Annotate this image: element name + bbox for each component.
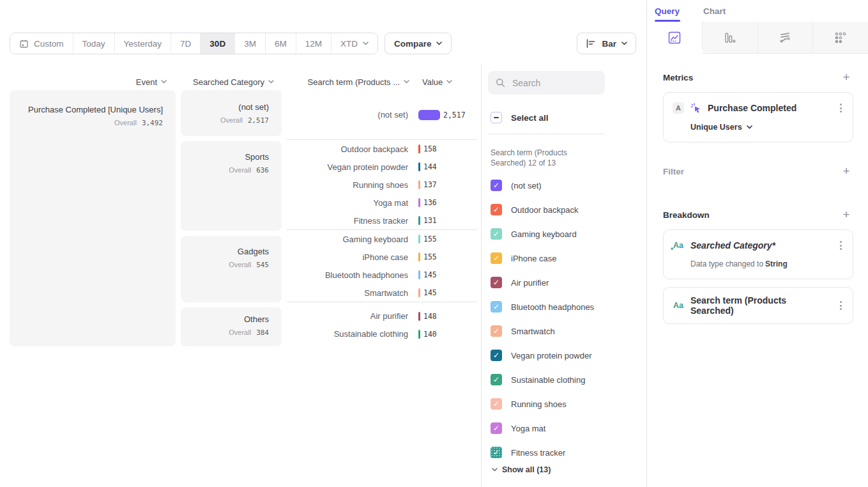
checkbox[interactable]: ✓ (491, 252, 502, 264)
checkbox[interactable]: ✓ (491, 350, 502, 361)
search-box[interactable] (488, 71, 605, 95)
chevron-down-icon (268, 80, 274, 84)
date-range-group: Custom Today Yesterday 7D 30D 3M 6M 12M … (10, 33, 378, 54)
toolbar: Custom Today Yesterday 7D 30D 3M 6M 12M … (10, 33, 636, 54)
main-area: Custom Today Yesterday 7D 30D 3M 6M 12M … (0, 0, 647, 487)
add-breakdown-button[interactable]: + (839, 208, 853, 222)
table-row[interactable]: Air purifier 148 (287, 307, 477, 325)
table-row[interactable]: Fitness tracker 131 (287, 212, 477, 229)
date-range-label: Custom (34, 39, 64, 49)
table-row[interactable]: Yoga mat 136 (287, 194, 477, 212)
chart-type-select[interactable]: Bar (577, 33, 636, 54)
segment-item[interactable]: ✓Yoga mat (491, 416, 646, 440)
checkbox[interactable]: ✓ (491, 204, 502, 215)
segment-item[interactable]: ✓(not set) (491, 173, 646, 197)
table-row[interactable]: (not set) 2,517 (287, 106, 477, 124)
checkbox[interactable]: ✓ (491, 180, 502, 191)
header-value[interactable]: Value (418, 77, 477, 87)
show-all-link[interactable]: Show all (13) (492, 465, 646, 474)
tab-flows[interactable] (758, 22, 813, 53)
table-row[interactable]: iPhone case 155 (287, 248, 477, 266)
date-range-custom[interactable]: Custom (10, 33, 73, 54)
tab-chart[interactable]: Chart (703, 6, 726, 16)
date-range-today[interactable]: Today (73, 33, 115, 54)
chevron-down-icon (621, 42, 627, 45)
checkbox[interactable]: ✓ (491, 398, 502, 410)
kebab-menu-icon[interactable] (838, 299, 844, 312)
segment-filter-panel: Select all Search term (Products Searche… (481, 65, 646, 487)
checkbox[interactable]: ✓ (491, 447, 502, 458)
tab-funnels[interactable] (702, 22, 758, 53)
table-header-row: Event Searched Category Search term (Pro… (10, 75, 477, 88)
date-range-30d[interactable]: 30D (201, 33, 235, 54)
event-cell[interactable]: Purchase Completed [Unique Users] Overal… (10, 90, 176, 346)
table-row[interactable]: Gaming keyboard 155 (287, 230, 477, 248)
measure-dropdown[interactable]: Unique Users (690, 123, 844, 132)
value-bar (418, 252, 420, 261)
search-input[interactable] (511, 77, 594, 89)
category-cell[interactable]: (not set) Overall2,517 (181, 90, 282, 136)
chevron-down-icon (436, 42, 442, 45)
compare-button[interactable]: Compare (385, 33, 452, 54)
date-range-xtd[interactable]: XTD (331, 33, 377, 54)
breakdown-card[interactable]: Aa* Searched Category* Data type changed… (663, 229, 853, 279)
value-bar (418, 144, 420, 153)
breakdown-note: Data type changed toString (690, 259, 844, 268)
date-range-3m[interactable]: 3M (235, 33, 266, 54)
date-range-12m[interactable]: 12M (296, 33, 331, 54)
chevron-down-icon (446, 80, 452, 84)
metric-card[interactable]: A Purchase Completed Unique Users (663, 92, 853, 143)
table-row[interactable]: Sustainable clothing 140 (287, 325, 477, 343)
table-row[interactable]: Smartwatch 145 (287, 284, 477, 302)
breakdown-card[interactable]: Aa Search term (Products Searched) (663, 287, 853, 324)
segment-item[interactable]: ✓iPhone case (491, 246, 646, 270)
date-range-yesterday[interactable]: Yesterday (115, 33, 172, 54)
header-event[interactable]: Event (10, 77, 176, 87)
segment-item[interactable]: ✓Vegan protein powder (491, 343, 646, 367)
checkbox[interactable]: ✓ (491, 325, 502, 337)
chevron-down-icon (363, 42, 369, 45)
date-range-7d[interactable]: 7D (171, 33, 201, 54)
horizontal-bar-chart-icon (586, 38, 597, 49)
category-cell[interactable]: Others Overall384 (181, 307, 282, 346)
divider (488, 134, 605, 134)
metrics-section-header: Metrics + (663, 70, 853, 84)
segment-item[interactable]: ✓Gaming keyboard (491, 222, 646, 246)
tab-query[interactable]: Query (655, 6, 680, 16)
checkbox[interactable]: ✓ (491, 277, 502, 288)
table-row[interactable]: Outdoor backpack 158 (287, 140, 477, 158)
segment-item[interactable]: ✓Smartwatch (491, 319, 646, 343)
add-metric-button[interactable]: + (839, 70, 853, 84)
header-searched-category[interactable]: Searched Category (181, 77, 282, 87)
checkbox[interactable]: ✓ (491, 301, 502, 313)
date-range-6m[interactable]: 6M (266, 33, 296, 54)
segment-item[interactable]: ✓Fitness tracker (491, 440, 646, 465)
chevron-down-icon (492, 468, 498, 472)
insights-report: Custom Today Yesterday 7D 30D 3M 6M 12M … (0, 0, 868, 487)
active-tab-underline (655, 20, 680, 22)
indeterminate-checkbox[interactable] (491, 112, 502, 123)
segment-item[interactable]: ✓Outdoor backpack (491, 197, 646, 222)
header-search-term[interactable]: Search term (Products ... (287, 77, 418, 87)
table-row[interactable]: Bluetooth headphones 145 (287, 266, 477, 284)
sidebar-tabs: Query Chart (647, 0, 868, 22)
tab-insights[interactable] (647, 22, 702, 54)
kebab-menu-icon[interactable] (838, 102, 844, 114)
segment-item[interactable]: ✓Air purifier (491, 270, 646, 295)
category-cell[interactable]: Gadgets Overall545 (181, 236, 282, 302)
tab-retention[interactable] (812, 22, 868, 53)
value-bar (418, 235, 420, 244)
table-row[interactable]: Running shoes 137 (287, 176, 477, 194)
checkbox[interactable]: ✓ (491, 422, 502, 434)
select-all-toggle[interactable]: Select all (491, 112, 646, 123)
segment-item[interactable]: ✓Sustainable clothing (491, 367, 646, 392)
segment-item[interactable]: ✓Bluetooth headphones (491, 295, 646, 319)
category-cell[interactable]: Sports Overall636 (181, 141, 282, 231)
segment-item[interactable]: ✓Running shoes (491, 392, 646, 416)
add-filter-button[interactable]: + (839, 164, 853, 178)
table-row[interactable]: Vegan protein powder 144 (287, 158, 477, 176)
kebab-menu-icon[interactable] (838, 239, 844, 252)
checkbox[interactable]: ✓ (491, 374, 502, 385)
term-group: Gaming keyboard 155 iPhone case 155 Blue… (287, 229, 477, 302)
checkbox[interactable]: ✓ (491, 228, 502, 240)
